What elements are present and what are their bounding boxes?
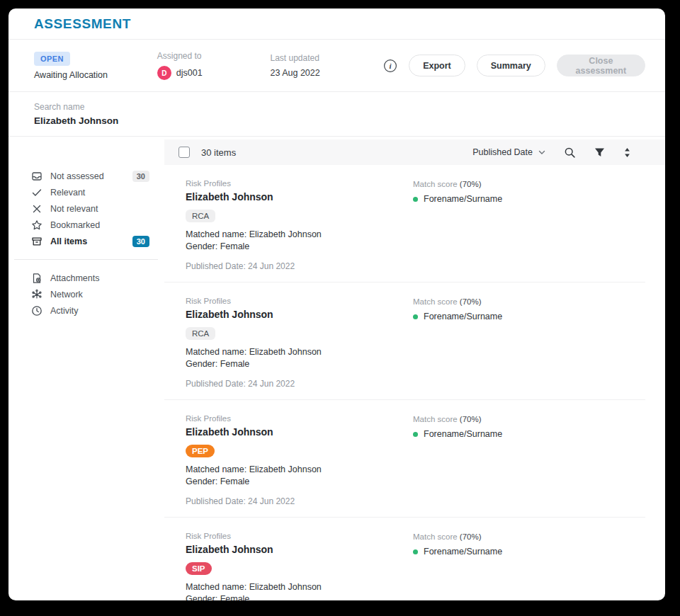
sort-field-dropdown[interactable]: Published Date [472, 147, 545, 157]
result-item[interactable]: Risk Profiles Elizabeth Johnson RCA Matc… [164, 165, 645, 283]
result-item[interactable]: Risk Profiles Elizabeth Johnson PEP Matc… [164, 400, 645, 518]
item-gender: Gender: Female [186, 593, 413, 600]
sidebar-item-all-items[interactable]: All items 30 [31, 233, 149, 249]
sidebar-item-label: Relevant [50, 188, 149, 198]
export-button[interactable]: Export [409, 55, 465, 76]
chevron-down-icon [538, 150, 545, 155]
sidebar-item-label: Not assessed [50, 171, 125, 181]
match-field: Forename/Surname [424, 547, 502, 557]
search-criteria: Search name Elizabeth Johnson [8, 92, 665, 137]
close-assessment-button[interactable]: Close assessment [557, 55, 645, 76]
last-updated-value: 23 Aug 2022 [270, 68, 383, 78]
status-bar: OPEN Awaiting Allocation Assigned to D d… [8, 40, 665, 92]
sidebar-item-label: Network [50, 290, 149, 300]
match-field: Forename/Surname [424, 194, 502, 204]
last-updated-block: Last updated 23 Aug 2022 [270, 53, 383, 78]
star-icon [31, 219, 42, 231]
item-category: Risk Profiles [186, 297, 413, 305]
result-item[interactable]: Risk Profiles Elizabeth Johnson RCA Matc… [164, 283, 645, 400]
sidebar-item-label: Activity [50, 306, 149, 316]
status-block: OPEN Awaiting Allocation [34, 52, 157, 80]
item-gender: Gender: Female [186, 476, 413, 488]
summary-button[interactable]: Summary [477, 55, 545, 76]
attachment-icon [31, 273, 42, 284]
assessment-window: ASSESSMENT OPEN Awaiting Allocation Assi… [8, 8, 665, 600]
item-name: Elizabeth Johnson [186, 544, 413, 555]
match-dot-icon [413, 197, 418, 202]
status-text: Awaiting Allocation [34, 70, 157, 80]
item-published-date: Published Date: 24 Jun 2022 [186, 379, 413, 389]
select-all-checkbox[interactable] [178, 147, 190, 158]
x-icon [31, 203, 42, 215]
sidebar-item-not-assessed[interactable]: Not assessed 30 [31, 168, 149, 184]
sidebar: Not assessed 30 Relevant Not relevant B [8, 137, 164, 600]
items-count: 30 items [201, 147, 236, 158]
results-panel: 30 items Published Date [164, 137, 665, 600]
sidebar-divider [14, 259, 158, 260]
item-matched-name: Matched name: Elizabeth Johnson [186, 346, 413, 358]
match-dot-icon [413, 432, 418, 437]
item-matched-name: Matched name: Elizabeth Johnson [186, 581, 413, 593]
sidebar-item-network[interactable]: Network [31, 286, 149, 302]
filter-icon[interactable] [594, 147, 605, 158]
last-updated-label: Last updated [270, 53, 383, 63]
status-badge: OPEN [34, 52, 70, 66]
search-name-label: Search name [34, 102, 640, 112]
sidebar-item-label: Attachments [50, 273, 149, 283]
sidebar-item-label: All items [50, 236, 125, 246]
match-score-label: Match score (70%) [413, 297, 645, 306]
match-score-label: Match score (70%) [413, 180, 645, 188]
avatar: D [157, 66, 171, 80]
item-matched-name: Matched name: Elizabeth Johnson [186, 229, 413, 241]
tag-sip: SIP [186, 562, 212, 575]
clock-icon [31, 305, 42, 316]
inbox-icon [31, 171, 42, 182]
tag-rca: RCA [186, 327, 215, 340]
info-button[interactable]: i [383, 59, 397, 73]
info-icon: i [383, 59, 397, 73]
result-item[interactable]: Risk Profiles Elizabeth Johnson SIP Matc… [164, 518, 645, 600]
item-category: Risk Profiles [186, 179, 413, 188]
item-gender: Gender: Female [186, 241, 413, 253]
item-matched-name: Matched name: Elizabeth Johnson [186, 464, 413, 476]
item-published-date: Published Date: 24 Jun 2022 [186, 496, 413, 506]
match-field: Forename/Surname [424, 429, 502, 439]
item-gender: Gender: Female [186, 358, 413, 370]
sidebar-item-attachments[interactable]: Attachments [31, 270, 149, 286]
item-category: Risk Profiles [186, 414, 413, 423]
sidebar-item-bookmarked[interactable]: Bookmarked [31, 217, 149, 233]
svg-text:i: i [390, 62, 392, 70]
search-icon[interactable] [564, 147, 576, 159]
sidebar-item-not-relevant[interactable]: Not relevant [31, 200, 149, 217]
page-title: ASSESSMENT [34, 16, 131, 32]
match-field: Forename/Surname [424, 312, 502, 321]
assignee-name: djs001 [176, 68, 203, 78]
match-score-label: Match score (70%) [413, 415, 645, 423]
check-icon [31, 187, 42, 198]
archive-icon [31, 236, 42, 247]
sidebar-item-relevant[interactable]: Relevant [31, 184, 149, 200]
item-name: Elizabeth Johnson [186, 426, 413, 438]
item-name: Elizabeth Johnson [186, 191, 413, 203]
match-score-label: Match score (70%) [413, 532, 645, 541]
assigned-to-block: Assigned to D djs001 [157, 51, 271, 80]
item-published-date: Published Date: 24 Jun 2022 [186, 261, 413, 271]
tag-pep: PEP [186, 445, 215, 457]
item-name: Elizabeth Johnson [186, 309, 413, 320]
sort-icon[interactable] [623, 147, 631, 158]
sort-field-label: Published Date [472, 147, 533, 157]
sidebar-item-label: Bookmarked [50, 220, 149, 230]
item-category: Risk Profiles [186, 532, 413, 540]
match-dot-icon [413, 549, 418, 554]
network-icon [31, 289, 42, 300]
tag-rca: RCA [186, 210, 215, 222]
app-header: ASSESSMENT [8, 8, 665, 40]
sidebar-item-label: Not relevant [50, 204, 149, 214]
count-badge: 30 [132, 171, 149, 182]
assigned-to-label: Assigned to [157, 51, 271, 61]
list-toolbar: 30 items Published Date [164, 139, 665, 165]
count-badge: 30 [132, 236, 149, 247]
search-name-value: Elizabeth Johnson [34, 115, 640, 126]
match-dot-icon [413, 314, 418, 319]
sidebar-item-activity[interactable]: Activity [31, 302, 149, 319]
